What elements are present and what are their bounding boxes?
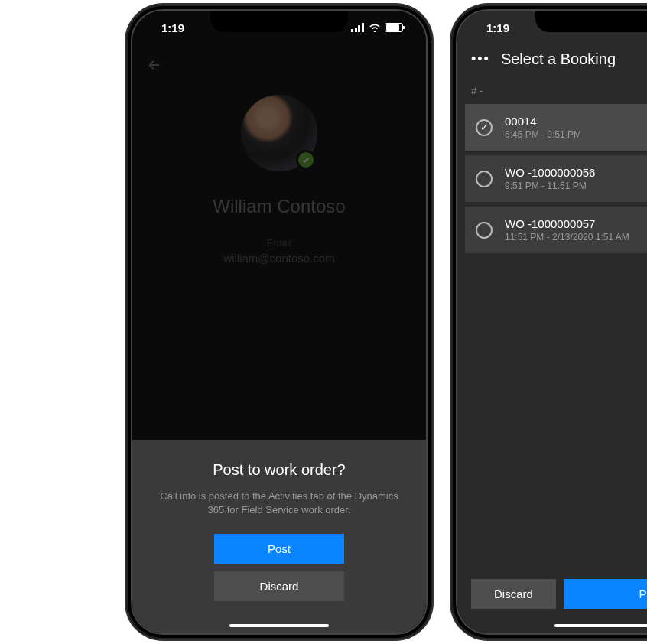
- more-icon[interactable]: •••: [471, 51, 490, 67]
- radio-selected-icon[interactable]: [476, 119, 493, 136]
- booking-item[interactable]: 00014 6:45 PM - 9:51 PM: [465, 104, 647, 151]
- booking-info: WO -1000000057 11:51 PM - 2/13/2020 1:51…: [505, 217, 629, 242]
- booking-screen: ••• Select a Booking # - 00014 6:45 PM -…: [457, 11, 647, 633]
- booking-id: WO -1000000057: [505, 217, 629, 230]
- radio-unselected-icon[interactable]: [476, 222, 493, 239]
- post-button[interactable]: Post: [214, 534, 344, 564]
- contact-screen: William Contoso Email william@contoso.co…: [132, 11, 426, 633]
- status-icons: [351, 23, 408, 32]
- booking-list: 00014 6:45 PM - 9:51 PM WO -1000000056 9…: [457, 104, 647, 253]
- status-time: 1:19: [151, 21, 184, 34]
- post-button[interactable]: Post: [564, 579, 647, 609]
- home-indicator[interactable]: [554, 624, 647, 627]
- battery-icon: [385, 23, 403, 32]
- booking-info: 00014 6:45 PM - 9:51 PM: [505, 115, 581, 140]
- signal-icon: [351, 23, 365, 32]
- booking-id: 00014: [505, 115, 581, 128]
- discard-button[interactable]: Discard: [214, 571, 344, 601]
- booking-time: 9:51 PM - 11:51 PM: [505, 181, 595, 191]
- home-indicator[interactable]: [229, 624, 329, 627]
- bottom-sheet: Post to work order? Call info is posted …: [132, 440, 426, 633]
- phone-screen-1: 1:19: [131, 9, 428, 635]
- booking-item[interactable]: WO -1000000057 11:51 PM - 2/13/2020 1:51…: [465, 207, 647, 253]
- section-label: # -: [457, 68, 647, 104]
- radio-unselected-icon[interactable]: [476, 171, 493, 187]
- page-title: Select a Booking: [501, 50, 616, 68]
- sheet-title: Post to work order?: [148, 461, 411, 479]
- status-time: 1:19: [476, 21, 509, 34]
- phone-device-2: 1:19 ••• Select a Booking: [451, 5, 647, 639]
- phone-screen-2: 1:19 ••• Select a Booking: [456, 9, 647, 635]
- sheet-description: Call info is posted to the Activities ta…: [148, 490, 411, 517]
- phone-device-1: 1:19: [126, 5, 432, 639]
- notch: [210, 11, 348, 32]
- booking-time: 6:45 PM - 9:51 PM: [505, 129, 581, 140]
- booking-time: 11:51 PM - 2/13/2020 1:51 AM: [505, 232, 629, 242]
- discard-button[interactable]: Discard: [471, 579, 556, 609]
- notch: [535, 11, 647, 32]
- wifi-icon: [369, 23, 381, 32]
- booking-info: WO -1000000056 9:51 PM - 11:51 PM: [505, 166, 595, 191]
- booking-id: WO -1000000056: [505, 166, 595, 179]
- booking-item[interactable]: WO -1000000056 9:51 PM - 11:51 PM: [465, 155, 647, 202]
